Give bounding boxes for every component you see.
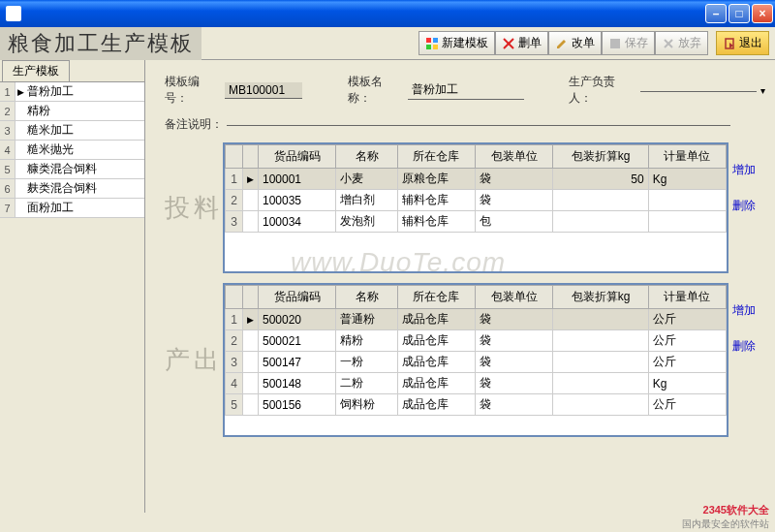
sidebar-item[interactable]: 1▶普粉加工 bbox=[0, 82, 144, 102]
sidebar-item[interactable]: 6麸类混合饲料 bbox=[0, 179, 144, 199]
exit-button[interactable]: 退出 bbox=[716, 31, 769, 55]
app-icon bbox=[6, 6, 21, 21]
window-title-bar: – □ × bbox=[0, 0, 775, 27]
svg-rect-0 bbox=[426, 38, 431, 43]
new-template-button[interactable]: 新建模板 bbox=[418, 31, 495, 55]
sidebar-item[interactable]: 2精粉 bbox=[0, 102, 144, 121]
output-section-title: 产出 bbox=[165, 283, 223, 437]
template-name-field[interactable]: 普粉加工 bbox=[408, 80, 524, 100]
remark-field[interactable] bbox=[227, 123, 730, 126]
modify-button[interactable]: 改单 bbox=[548, 31, 602, 55]
template-name-label: 模板名称： bbox=[348, 74, 404, 107]
table-row[interactable]: 3100034发泡剂辅料仓库包 bbox=[226, 211, 727, 233]
svg-rect-6 bbox=[610, 39, 620, 48]
sidebar: 生产模板 1▶普粉加工2精粉3糙米加工4糙米抛光5糠类混合饲料6麸类混合饲料7面… bbox=[0, 60, 145, 513]
remark-label: 备注说明： bbox=[165, 116, 223, 133]
page-title: 粮食加工生产模板 bbox=[0, 27, 202, 60]
input-section-title: 投料 bbox=[165, 142, 223, 273]
template-no-label: 模板编号： bbox=[165, 74, 221, 107]
save-icon bbox=[608, 37, 622, 50]
output-grid[interactable]: 货品编码名称所在仓库包装单位包装折算kg计量单位1▶500020普通粉成品仓库袋… bbox=[225, 285, 727, 416]
discard-icon bbox=[662, 37, 675, 50]
sidebar-item[interactable]: 4糙米抛光 bbox=[0, 141, 144, 160]
footer-branding: 2345软件大全 国内最安全的软件站 bbox=[682, 503, 769, 532]
discard-button: 放弃 bbox=[655, 31, 708, 55]
owner-label: 生产负责人： bbox=[569, 74, 636, 107]
template-no-field[interactable]: MB100001 bbox=[225, 82, 302, 99]
table-row[interactable]: 1▶500020普通粉成品仓库袋公斤 bbox=[226, 309, 727, 330]
owner-dropdown-icon[interactable]: ▾ bbox=[760, 85, 765, 96]
new-icon bbox=[425, 37, 439, 50]
output-delete-link[interactable]: 删除 bbox=[728, 338, 765, 355]
svg-rect-3 bbox=[433, 45, 438, 49]
save-button: 保存 bbox=[602, 31, 655, 55]
input-add-link[interactable]: 增加 bbox=[728, 162, 765, 178]
svg-rect-2 bbox=[426, 45, 431, 49]
toolbar: 新建模板 删单 改单 保存 放弃 退出 bbox=[418, 31, 775, 55]
app-header: 粮食加工生产模板 新建模板 删单 改单 保存 放弃 退出 bbox=[0, 27, 775, 60]
table-row[interactable]: 3500147一粉成品仓库袋公斤 bbox=[226, 352, 727, 373]
sidebar-item[interactable]: 5糠类混合饲料 bbox=[0, 160, 144, 179]
input-grid[interactable]: 货品编码名称所在仓库包装单位包装折算kg计量单位1▶100001小麦原粮仓库袋5… bbox=[225, 144, 727, 233]
sidebar-item[interactable]: 3糙米加工 bbox=[0, 121, 144, 141]
delete-icon bbox=[502, 37, 515, 50]
content-area: 模板编号： MB100001 模板名称： 普粉加工 生产负责人： ▾ 备注说明：… bbox=[145, 60, 775, 513]
output-add-link[interactable]: 增加 bbox=[728, 302, 765, 319]
template-list: 1▶普粉加工2精粉3糙米加工4糙米抛光5糠类混合饲料6麸类混合饲料7面粉加工 bbox=[0, 81, 144, 218]
delete-button[interactable]: 删单 bbox=[495, 31, 548, 55]
table-row[interactable]: 1▶100001小麦原粮仓库袋50Kg bbox=[226, 169, 727, 190]
owner-field[interactable] bbox=[640, 89, 757, 92]
input-delete-link[interactable]: 删除 bbox=[728, 198, 765, 214]
edit-icon bbox=[555, 37, 569, 50]
table-row[interactable]: 5500156饲料粉成品仓库袋公斤 bbox=[226, 394, 727, 416]
sidebar-item[interactable]: 7面粉加工 bbox=[0, 199, 144, 218]
table-row[interactable]: 4500148二粉成品仓库袋Kg bbox=[226, 373, 727, 394]
output-section: 产出 货品编码名称所在仓库包装单位包装折算kg计量单位1▶500020普通粉成品… bbox=[165, 283, 765, 437]
svg-rect-1 bbox=[433, 38, 438, 43]
table-row[interactable]: 2100035增白剂辅料仓库袋 bbox=[226, 190, 727, 211]
input-section: 投料 货品编码名称所在仓库包装单位包装折算kg计量单位1▶100001小麦原粮仓… bbox=[165, 142, 765, 273]
minimize-button[interactable]: – bbox=[705, 4, 727, 23]
table-row[interactable]: 2500021精粉成品仓库袋公斤 bbox=[226, 330, 727, 352]
sidebar-tab[interactable]: 生产模板 bbox=[2, 60, 70, 81]
exit-icon bbox=[723, 37, 736, 50]
close-button[interactable]: × bbox=[752, 4, 773, 23]
maximize-button[interactable]: □ bbox=[728, 4, 750, 23]
